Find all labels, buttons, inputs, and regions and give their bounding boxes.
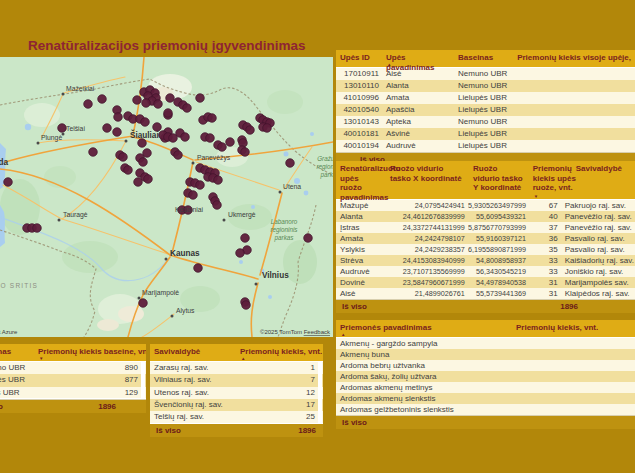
cell: Ardoma bebrų užtvanka xyxy=(336,360,512,371)
scrollbar[interactable] xyxy=(141,361,145,398)
table-row[interactable]: Ardomas akmenų slenkstis xyxy=(336,393,635,404)
table-row[interactable]: Strėva24,415308394099954,800895893733Kai… xyxy=(336,255,635,266)
scrollbar[interactable] xyxy=(318,361,322,423)
divider xyxy=(0,398,146,399)
table-row[interactable]: Ardomas gelžbetoninis slenkstis xyxy=(336,404,635,415)
cell: Apaščia xyxy=(382,104,454,116)
river-measure-point[interactable] xyxy=(144,175,153,184)
table-row[interactable]: Alanta24,461267683999955,609543932140Pan… xyxy=(336,211,635,222)
cell: Joniškio raj. sav. xyxy=(561,266,635,277)
river-measure-point[interactable] xyxy=(183,104,192,113)
river-measure-point[interactable] xyxy=(242,301,251,310)
column-header[interactable]: Savivaldybė xyxy=(563,161,635,199)
river-measure-point[interactable] xyxy=(194,264,203,273)
table-row[interactable]: Vilniaus raj. sav.7 xyxy=(150,374,323,386)
river-measure-point[interactable] xyxy=(141,118,150,127)
column-header[interactable]: Priemonės pavadinimas▲ xyxy=(336,320,512,337)
column-header[interactable]: Priemonių kiekis, vnt.▲ xyxy=(236,344,318,361)
river-measure-point[interactable] xyxy=(218,143,227,152)
table-row[interactable]: Lielupės UBR877 xyxy=(0,374,146,386)
river-measure-point[interactable] xyxy=(181,133,190,142)
river-measure-point[interactable] xyxy=(236,249,245,258)
river-measure-point[interactable] xyxy=(133,96,142,105)
river-measure-point[interactable] xyxy=(103,124,112,133)
river-measure-point[interactable] xyxy=(4,178,13,187)
river-measure-point[interactable] xyxy=(154,100,163,109)
cell: Ardomas akmenų metinys xyxy=(336,382,512,393)
column-header[interactable]: Priemonių kiekis, vnt. xyxy=(512,320,635,337)
river-measure-point[interactable] xyxy=(153,123,162,132)
river-measure-point[interactable] xyxy=(226,138,235,147)
table-row[interactable]: Yslykis24,242923835756,195589087199935Pa… xyxy=(336,244,635,255)
river-measure-point[interactable] xyxy=(213,201,222,210)
river-measure-point[interactable] xyxy=(134,178,143,187)
column-header[interactable]: Priemonių kiekis upės ruože, vnt.▼ xyxy=(529,161,563,199)
river-measure-point[interactable] xyxy=(246,126,255,135)
table-row[interactable]: Akmenų - gargždo sampyla xyxy=(336,338,635,349)
river-measure-point[interactable] xyxy=(33,224,42,233)
table-row[interactable]: 13010110AlantaNemuno UBR xyxy=(336,80,635,92)
table-row[interactable]: Švenčionių raj. sav.17 xyxy=(150,399,323,411)
river-measure-point[interactable] xyxy=(166,94,175,103)
table-row[interactable]: 42010540ApaščiaLielupės UBR xyxy=(336,104,635,116)
river-measure-point[interactable] xyxy=(196,94,205,103)
table-row[interactable]: Amata24,242479810755,916039712136Pasvali… xyxy=(336,233,635,244)
column-header[interactable]: Upės pavadinimas▲ xyxy=(382,50,454,67)
column-header[interactable]: Priemonių kiekis visoje upėje, xyxy=(534,50,635,67)
cell: Aisė xyxy=(336,288,383,299)
table-row[interactable]: 41010996AmataLielupės UBR xyxy=(336,92,635,104)
cell: 55,8756770793999 xyxy=(468,222,529,233)
table-row[interactable]: Ardoma bebrų užtvanka xyxy=(336,360,635,371)
river-measure-point[interactable] xyxy=(114,113,123,122)
table-row[interactable]: Ardomas akmenų metinys xyxy=(336,382,635,393)
river-measure-point[interactable] xyxy=(241,148,250,157)
column-header[interactable]: Renatūralizuoto upės ruožo pavadinimas xyxy=(336,161,386,199)
river-measure-point[interactable] xyxy=(189,191,198,200)
river-measure-point[interactable] xyxy=(119,153,128,162)
column-header[interactable]: Ruožo vidurio taško X koordinatė xyxy=(386,161,469,199)
river-measure-point[interactable] xyxy=(208,114,217,123)
table-row[interactable]: 40010181AšvinėLielupės UBR xyxy=(336,128,635,140)
table-row[interactable]: 17010911AisėNemuno UBR xyxy=(336,68,635,80)
river-measure-point[interactable] xyxy=(113,128,122,137)
column-header[interactable]: Baseinas xyxy=(0,344,34,361)
river-measure-point[interactable] xyxy=(304,234,313,243)
table-row[interactable]: Zarasų raj. sav.1 xyxy=(150,362,323,374)
cell: Dovinė xyxy=(336,277,383,288)
column-header[interactable]: Ruožo vidurio taško Y koordinatė xyxy=(469,161,529,199)
river-measure-point[interactable] xyxy=(241,234,250,243)
table-row[interactable]: 13010143AptekaNemuno UBR xyxy=(336,116,635,128)
table-row[interactable]: Akmenų buna xyxy=(336,349,635,360)
river-measure-point[interactable] xyxy=(206,134,215,143)
river-measure-point[interactable] xyxy=(164,109,173,118)
river-measure-point[interactable] xyxy=(124,166,133,175)
table-row[interactable]: Audruvė23,710713556999956,343054521933Jo… xyxy=(336,266,635,277)
table-row[interactable]: Įstras24,337274413199955,875677079399937… xyxy=(336,222,635,233)
table-row[interactable]: Dovinė23,584796067199954,497894053831Mar… xyxy=(336,277,635,288)
river-measure-point[interactable] xyxy=(263,124,272,133)
column-header[interactable]: Priemonių kiekis baseine, vnt.▼ xyxy=(34,344,141,361)
table-row[interactable]: Nemuno UBR890 xyxy=(0,362,146,374)
river-measure-point[interactable] xyxy=(214,176,223,185)
river-measure-point[interactable] xyxy=(84,100,93,109)
table-row[interactable]: Utenos raj. sav.12 xyxy=(150,387,323,399)
river-measure-point[interactable] xyxy=(89,148,98,157)
city-marker xyxy=(58,219,61,222)
table-row[interactable]: 40010194AudruvėLielupės UBR xyxy=(336,140,635,152)
river-measure-point[interactable] xyxy=(58,124,67,133)
city-marker xyxy=(279,191,282,194)
table-row[interactable]: Ardoma šakų, žolių užtvara xyxy=(336,371,635,382)
river-measure-point[interactable] xyxy=(98,95,107,104)
river-measure-point[interactable] xyxy=(286,159,295,168)
river-measure-point[interactable] xyxy=(139,158,148,167)
feedback-link[interactable]: Feedback xyxy=(304,329,331,335)
column-header[interactable]: Upės ID xyxy=(336,50,382,67)
river-measure-point[interactable] xyxy=(196,181,205,190)
lithuania-map[interactable]: GražutėsregioninisparkasLabanororegionin… xyxy=(0,57,333,337)
table-row[interactable]: Telšių raj. sav.25 xyxy=(150,411,323,423)
column-header[interactable]: Savivaldybė xyxy=(150,344,236,361)
river-measure-point[interactable] xyxy=(139,299,148,308)
river-measure-point[interactable] xyxy=(142,99,151,108)
river-measure-point[interactable] xyxy=(174,151,183,160)
table-row[interactable]: Aisė21,489902676155,573944136931Klaipėdo… xyxy=(336,288,635,299)
